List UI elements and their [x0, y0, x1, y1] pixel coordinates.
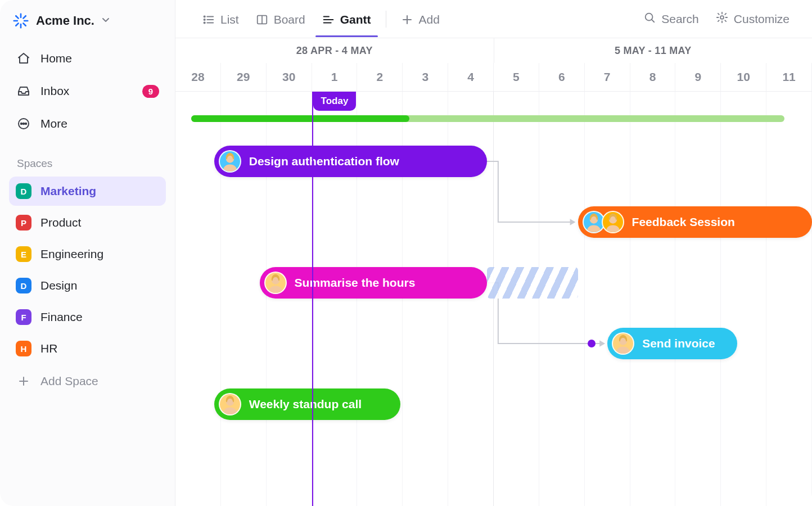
task-bar[interactable]: Weekly standup call — [214, 388, 401, 420]
gantt-chart[interactable]: TodayDesign authentication flowFeedback … — [175, 92, 812, 506]
day-header[interactable]: 30 — [267, 63, 312, 91]
space-chip-icon: F — [16, 309, 31, 325]
week-label: 28 APR - 4 MAY — [175, 38, 494, 63]
customize-button[interactable]: Customize — [709, 6, 796, 32]
day-header[interactable]: 3 — [403, 63, 448, 91]
tab-add-view[interactable]: Add — [393, 2, 448, 37]
timeline-header: 28 APR - 4 MAY5 MAY - 11 MAY 28293012345… — [175, 38, 812, 92]
primary-nav: Home Inbox 9 More — [0, 39, 175, 138]
task-avatars — [219, 150, 241, 173]
task-label: Send invoice — [642, 337, 715, 350]
space-label: Finance — [40, 310, 83, 324]
space-chip-icon: D — [16, 278, 31, 293]
workspace-logo-icon — [12, 12, 29, 29]
board-icon — [256, 13, 268, 26]
svg-line-6 — [16, 23, 18, 25]
day-header[interactable]: 7 — [585, 63, 630, 91]
tab-board[interactable]: Board — [248, 2, 313, 37]
tab-gantt[interactable]: Gantt — [314, 2, 379, 37]
day-header[interactable]: 5 — [494, 63, 539, 91]
space-item-design[interactable]: DDesign — [9, 271, 166, 300]
svg-line-28 — [652, 20, 655, 22]
search-label: Search — [661, 12, 699, 26]
task-bar[interactable]: Feedback Session — [578, 206, 812, 238]
tab-add-label: Add — [419, 13, 440, 26]
avatar — [612, 332, 634, 355]
day-header[interactable]: 11 — [766, 63, 812, 91]
task-bar[interactable]: Design authentication flow — [214, 146, 487, 177]
search-button[interactable]: Search — [637, 6, 706, 32]
space-item-product[interactable]: PProduct — [9, 208, 166, 237]
task-avatars — [583, 211, 624, 233]
nav-more-label: More — [40, 117, 67, 130]
search-icon — [643, 11, 656, 26]
nav-home[interactable]: Home — [9, 44, 166, 73]
space-item-hr[interactable]: HHR — [9, 334, 166, 363]
day-header[interactable]: 6 — [539, 63, 585, 91]
svg-line-5 — [23, 23, 25, 25]
more-icon — [16, 116, 31, 132]
nav-inbox[interactable]: Inbox 9 — [9, 76, 166, 106]
svg-point-14 — [204, 16, 205, 17]
tab-list-label: List — [220, 13, 239, 26]
space-label: Design — [40, 279, 77, 292]
spaces-list: DMarketingPProductEEngineeringDDesignFFi… — [0, 177, 175, 363]
task-bar[interactable]: Summarise the hours — [260, 267, 487, 299]
tab-list[interactable]: List — [195, 2, 247, 37]
day-header[interactable]: 8 — [630, 63, 676, 91]
space-chip-icon: D — [16, 183, 31, 199]
home-icon — [16, 51, 31, 66]
sidebar: Acme Inc. Home Inbox 9 — [0, 0, 175, 506]
day-header[interactable]: 10 — [721, 63, 766, 91]
dependency-arrow-icon — [600, 341, 604, 346]
progress-fill — [191, 115, 409, 122]
space-item-engineering[interactable]: EEngineering — [9, 240, 166, 269]
day-header[interactable]: 28 — [175, 63, 221, 91]
space-item-marketing[interactable]: DMarketing — [9, 177, 166, 206]
workspace-switcher[interactable]: Acme Inc. — [0, 8, 175, 39]
milestone-dot[interactable] — [588, 340, 596, 347]
plus-icon — [401, 13, 413, 26]
space-chip-icon: E — [16, 246, 31, 262]
task-bar[interactable]: Send invoice — [607, 328, 737, 359]
nav-home-label: Home — [40, 52, 72, 65]
tab-gantt-label: Gantt — [340, 13, 371, 26]
avatar — [219, 393, 241, 415]
chevron-down-icon — [101, 15, 110, 26]
spaces-section-title: Spaces — [0, 138, 175, 177]
svg-point-10 — [23, 123, 24, 124]
space-chip-icon: P — [16, 215, 31, 231]
day-header[interactable]: 4 — [448, 63, 494, 91]
svg-point-18 — [204, 22, 205, 23]
svg-point-9 — [21, 123, 22, 124]
main: List Board Gantt Add — [175, 0, 812, 506]
task-label: Feedback Session — [632, 215, 735, 229]
svg-point-11 — [25, 123, 26, 124]
task-avatars — [612, 332, 634, 355]
gantt-icon — [322, 13, 335, 26]
avatar — [219, 150, 241, 173]
day-header[interactable]: 9 — [675, 63, 721, 91]
task-avatars — [264, 272, 287, 294]
nav-more[interactable]: More — [9, 109, 166, 138]
space-item-finance[interactable]: FFinance — [9, 302, 166, 332]
day-header[interactable]: 1 — [312, 63, 358, 91]
dependency-arrow-icon — [571, 220, 575, 224]
day-header[interactable]: 2 — [357, 63, 403, 91]
task-extension — [487, 267, 578, 299]
dependency-line — [487, 161, 575, 222]
today-line — [312, 92, 313, 506]
svg-point-16 — [204, 19, 205, 20]
add-space-button[interactable]: Add Space — [9, 365, 166, 397]
space-label: Product — [40, 216, 81, 229]
space-label: HR — [40, 342, 57, 355]
svg-line-4 — [16, 16, 18, 18]
day-header[interactable]: 29 — [221, 63, 267, 91]
task-label: Weekly standup call — [249, 397, 362, 411]
toolbar-divider — [386, 11, 386, 28]
view-toolbar: List Board Gantt Add — [175, 0, 812, 38]
add-space-label: Add Space — [40, 374, 98, 388]
nav-inbox-label: Inbox — [40, 84, 69, 98]
days-row: 2829301234567891011 — [175, 63, 812, 91]
weeks-row: 28 APR - 4 MAY5 MAY - 11 MAY — [175, 38, 812, 63]
